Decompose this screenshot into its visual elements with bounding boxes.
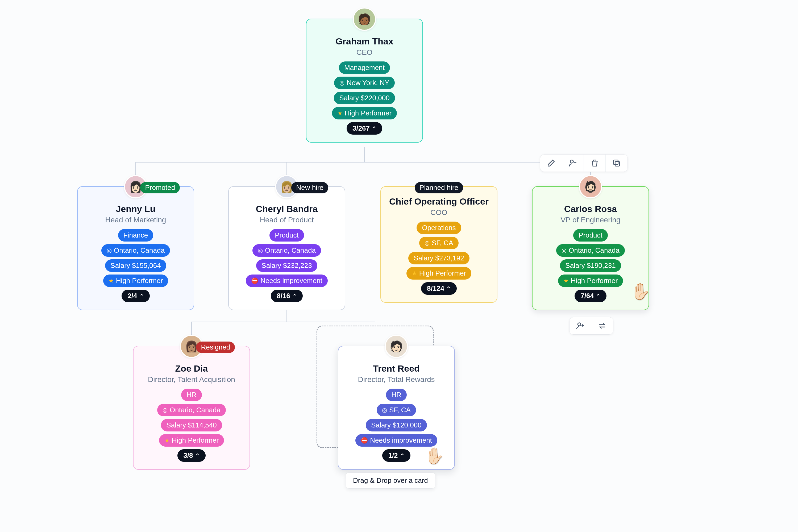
star-icon: ★ <box>337 110 343 117</box>
salary-pill: Salary $114,540 <box>161 419 222 432</box>
chevron-up-icon: ⌃ <box>372 125 376 132</box>
reports-count[interactable]: 7/64⌃ <box>574 290 607 302</box>
department-pill: Operations <box>417 222 461 234</box>
avatar: 🧑🏻 <box>385 335 408 358</box>
person-role: Director, Talent Acquisition <box>148 375 235 384</box>
duplicate-button[interactable] <box>606 155 627 172</box>
performance-pill: ★High Performer <box>558 274 623 287</box>
card-jenny-lu[interactable]: 👩🏻 Promoted Jenny Lu Head of Marketing F… <box>77 186 194 310</box>
status-badge: Planned hire <box>415 182 463 193</box>
no-entry-icon: ⛔ <box>361 437 368 444</box>
person-name: Zoe Dia <box>175 363 208 374</box>
person-minus-icon <box>568 158 577 168</box>
department-pill: Management <box>339 61 390 74</box>
performance-pill: ★High Performer <box>159 434 224 446</box>
card-graham-thax[interactable]: 🧑🏾 Graham Thax CEO Management ◎New York,… <box>306 19 423 142</box>
star-icon: ★ <box>165 437 170 444</box>
chevron-up-icon: ⌃ <box>139 293 144 299</box>
location-pill: ◎SF, CA <box>419 237 459 249</box>
person-role: Director, Total Rewards <box>358 375 435 384</box>
location-icon: ◎ <box>107 247 112 254</box>
chevron-up-icon: ⌃ <box>596 293 601 299</box>
card-cheryl-bandra[interactable]: 👩🏼 New hire Cheryl Bandra Head of Produc… <box>228 186 345 310</box>
performance-pill: ⛔Needs improvement <box>246 274 328 287</box>
person-name: Jenny Lu <box>116 204 155 214</box>
performance-pill: ★High Performer <box>103 274 168 287</box>
salary-pill: Salary $220,000 <box>334 92 395 104</box>
card-toolbar-top <box>540 154 628 172</box>
salary-pill: Salary $155,064 <box>105 259 166 272</box>
person-role: CEO <box>357 48 373 57</box>
swap-button[interactable] <box>591 317 613 334</box>
salary-pill: Salary $120,000 <box>366 419 427 432</box>
card-trent-reed[interactable]: 🧑🏻 Trent Reed Director, Total Rewards HR… <box>338 346 455 470</box>
salary-pill: Salary $232,223 <box>256 259 317 272</box>
status-badge: Promoted <box>140 182 180 193</box>
card-toolbar-bottom <box>569 317 613 335</box>
chevron-up-icon: ⌃ <box>292 293 297 299</box>
location-icon: ◎ <box>562 247 567 254</box>
location-icon: ◎ <box>424 240 430 247</box>
swap-icon <box>598 321 607 330</box>
status-badge: Resigned <box>196 342 235 353</box>
card-carlos-rosa[interactable]: 🧔🏻 Carlos Rosa VP of Engineering Product… <box>532 186 649 310</box>
reports-count[interactable]: 3/267⌃ <box>347 122 382 135</box>
location-icon: ◎ <box>339 79 344 87</box>
department-pill: HR <box>386 388 407 401</box>
salary-pill: Salary $273,192 <box>408 252 469 264</box>
person-role: COO <box>431 208 448 217</box>
reports-count[interactable]: 2/4⌃ <box>121 290 150 302</box>
svg-rect-2 <box>614 160 618 165</box>
reports-count[interactable]: 1/2⌃ <box>382 449 410 462</box>
add-person-button[interactable] <box>570 317 591 334</box>
avatar: 🧔🏻 <box>579 175 602 198</box>
reports-count[interactable]: 8/16⌃ <box>271 290 303 302</box>
delete-button[interactable] <box>584 155 606 172</box>
star-icon: ★ <box>564 278 569 284</box>
person-name: Trent Reed <box>373 363 420 374</box>
reports-count[interactable]: 3/8⌃ <box>177 449 205 462</box>
location-icon: ◎ <box>258 247 263 254</box>
status-badge: New hire <box>291 182 328 193</box>
edit-icon <box>547 158 556 168</box>
performance-pill: ★High Performer <box>332 107 397 119</box>
department-pill: Product <box>573 229 608 242</box>
card-coo-planned[interactable]: Planned hire Chief Operating Officer COO… <box>380 186 497 303</box>
svg-rect-1 <box>615 162 620 166</box>
no-entry-icon: ⛔ <box>251 278 258 284</box>
location-pill: ◎SF, CA <box>377 404 416 416</box>
department-pill: HR <box>181 388 202 401</box>
avatar: 🧑🏾 <box>353 7 376 31</box>
location-pill: ◎Ontario, Canada <box>556 244 625 257</box>
department-pill: Product <box>269 229 304 242</box>
chevron-up-icon: ⌃ <box>400 453 404 459</box>
location-pill: ◎Ontario, Canada <box>157 404 226 416</box>
location-icon: ◎ <box>163 407 168 414</box>
remove-person-button[interactable] <box>562 155 584 172</box>
performance-pill: ⛔Needs improvement <box>355 434 437 446</box>
edit-button[interactable] <box>540 155 562 172</box>
svg-point-3 <box>578 323 581 326</box>
card-zoe-dia[interactable]: 👩🏽 Resigned Zoe Dia Director, Talent Acq… <box>133 346 250 470</box>
copy-icon <box>612 158 621 168</box>
person-name: Chief Operating Officer <box>389 196 489 207</box>
svg-point-0 <box>570 160 573 163</box>
location-pill: ◎Ontario, Canada <box>101 244 170 257</box>
location-pill: ◎New York, NY <box>334 77 395 89</box>
star-icon: ★ <box>109 278 114 284</box>
person-name: Graham Thax <box>336 36 393 46</box>
person-plus-icon <box>576 321 585 330</box>
person-role: VP of Engineering <box>560 216 620 224</box>
star-icon: ★ <box>412 270 417 277</box>
drag-drop-tooltip: Drag & Drop over a card <box>346 472 435 489</box>
reports-count[interactable]: 8/124⌃ <box>421 282 457 295</box>
chevron-up-icon: ⌃ <box>195 453 200 459</box>
salary-pill: Salary $190,231 <box>560 259 621 272</box>
department-pill: Finance <box>118 229 153 242</box>
person-name: Cheryl Bandra <box>256 204 318 214</box>
person-role: Head of Marketing <box>105 216 166 224</box>
location-icon: ◎ <box>382 407 387 414</box>
chevron-up-icon: ⌃ <box>446 285 451 292</box>
location-pill: ◎Ontario, Canada <box>252 244 321 257</box>
person-role: Head of Product <box>260 216 314 224</box>
